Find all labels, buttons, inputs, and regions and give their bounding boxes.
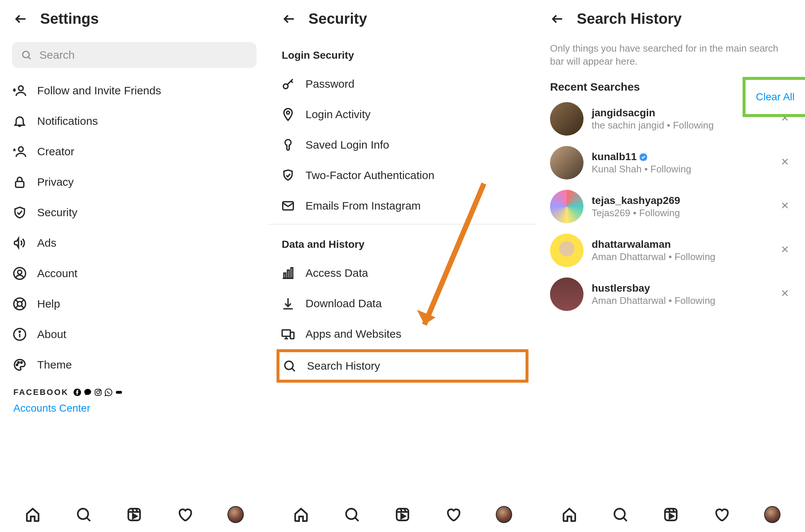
svg-marker-7 — [13, 148, 16, 152]
svg-point-9 — [14, 267, 26, 279]
reels-icon[interactable] — [394, 506, 411, 523]
menu-item-about[interactable]: About — [12, 319, 256, 350]
search-input[interactable]: Search — [12, 42, 256, 68]
accounts-center-link[interactable]: Accounts Center — [0, 400, 268, 421]
svg-rect-43 — [284, 273, 286, 278]
menu-label: Password — [305, 78, 355, 90]
svg-point-52 — [285, 361, 293, 369]
menu-item-access-data[interactable]: Access Data — [280, 258, 525, 288]
svg-line-13 — [15, 299, 18, 302]
recent-text: dhattarwalaman Aman Dhattarwal • Followi… — [592, 239, 772, 263]
heart-icon[interactable] — [713, 506, 730, 523]
menu-item-help[interactable]: Help — [12, 289, 256, 319]
back-arrow-icon[interactable] — [282, 12, 297, 26]
key-icon — [280, 76, 296, 92]
recent-sub: Aman Dhattarwal • Following — [592, 251, 772, 263]
svg-rect-28 — [116, 391, 122, 393]
display-name-text: Aman Dhattarwal — [592, 295, 666, 306]
display-name-text: Aman Dhattarwal — [592, 251, 666, 262]
megaphone-icon — [12, 235, 28, 251]
section-divider — [268, 224, 537, 224]
dot-separator: • — [666, 251, 675, 262]
remove-item-button[interactable] — [780, 157, 792, 168]
remove-item-button[interactable] — [780, 289, 792, 300]
security-panel: Security Login Security Password Login A… — [268, 0, 537, 532]
menu-item-follow-invite[interactable]: Follow and Invite Friends — [12, 75, 256, 106]
search-nav-icon[interactable] — [344, 506, 360, 523]
back-arrow-icon[interactable] — [550, 12, 565, 26]
menu-label: Ads — [37, 237, 56, 249]
recent-search-item[interactable]: hustlersbay Aman Dhattarwal • Following — [550, 278, 792, 311]
home-icon[interactable] — [25, 506, 41, 523]
bottom-nav — [537, 497, 805, 532]
svg-line-16 — [22, 306, 24, 308]
menu-item-search-history[interactable]: Search History — [277, 349, 528, 383]
remove-item-button[interactable] — [780, 201, 792, 212]
menu-item-security[interactable]: Security — [12, 197, 256, 228]
menu-item-password[interactable]: Password — [280, 69, 525, 99]
menu-item-login-activity[interactable]: Login Activity — [280, 99, 525, 130]
remove-item-button[interactable] — [780, 245, 792, 256]
account-circle-icon — [12, 266, 28, 281]
following-text: Following — [673, 120, 714, 131]
menu-item-download-data[interactable]: Download Data — [280, 288, 525, 319]
recent-search-item[interactable]: tejas_kashyap269 Tejas269 • Following — [550, 190, 792, 223]
messenger-icon — [84, 388, 92, 396]
menu-label: Help — [37, 298, 60, 310]
menu-item-emails[interactable]: Emails From Instagram — [280, 191, 525, 221]
svg-point-26 — [97, 391, 100, 394]
shield-check-icon — [12, 205, 28, 220]
menu-item-theme[interactable]: Theme — [12, 350, 256, 380]
recent-search-item[interactable]: kunalb11 Kunal Shah • Following — [550, 146, 792, 179]
clear-all-button[interactable]: Clear All — [743, 77, 805, 117]
heart-icon[interactable] — [445, 506, 461, 523]
menu-item-creator[interactable]: Creator — [12, 136, 256, 167]
user-avatar — [550, 102, 583, 136]
svg-rect-45 — [291, 268, 293, 279]
login-security-header: Login Security — [268, 38, 537, 69]
recent-username: dhattarwalaman — [592, 239, 772, 250]
recent-search-item[interactable]: dhattarwalaman Aman Dhattarwal • Followi… — [550, 234, 792, 267]
username-text: dhattarwalaman — [592, 239, 671, 250]
settings-menu: Follow and Invite Friends Notifications … — [0, 75, 268, 380]
back-arrow-icon[interactable] — [13, 12, 28, 26]
svg-line-30 — [87, 518, 90, 521]
menu-label: Security — [37, 206, 77, 219]
menu-item-account[interactable]: Account — [12, 258, 256, 289]
svg-point-10 — [17, 270, 22, 274]
svg-marker-80 — [669, 514, 673, 518]
home-icon[interactable] — [293, 506, 309, 523]
menu-item-saved-login[interactable]: Saved Login Info — [280, 130, 525, 160]
search-nav-icon[interactable] — [612, 506, 628, 523]
dot-separator: • — [664, 120, 673, 131]
star-person-icon — [12, 144, 28, 159]
menu-item-apps-websites[interactable]: Apps and Websites — [280, 319, 525, 349]
home-icon[interactable] — [561, 506, 578, 523]
search-icon — [282, 358, 297, 374]
lifebuoy-icon — [12, 296, 28, 312]
menu-label: Two-Factor Authentication — [305, 169, 434, 182]
heart-icon[interactable] — [177, 506, 193, 523]
profile-avatar[interactable] — [496, 506, 512, 523]
menu-label: Access Data — [305, 267, 368, 279]
facebook-brand-text: FACEBOOK — [13, 387, 69, 397]
menu-item-ads[interactable]: Ads — [12, 228, 256, 258]
recent-username: tejas_kashyap269 — [592, 195, 772, 207]
svg-point-19 — [19, 331, 20, 332]
devices-icon — [280, 326, 296, 342]
bottom-nav — [0, 497, 268, 532]
info-text: Only things you have searched for in the… — [537, 38, 805, 77]
reels-icon[interactable] — [126, 506, 142, 523]
search-nav-icon[interactable] — [75, 506, 92, 523]
profile-avatar[interactable] — [764, 506, 780, 523]
recent-sub: the sachin jangid • Following — [592, 120, 772, 131]
menu-label: Follow and Invite Friends — [37, 84, 161, 97]
reels-icon[interactable] — [663, 506, 679, 523]
menu-item-notifications[interactable]: Notifications — [12, 106, 256, 136]
svg-line-14 — [22, 299, 24, 302]
profile-avatar[interactable] — [227, 506, 244, 523]
menu-item-privacy[interactable]: Privacy — [12, 167, 256, 197]
menu-item-2fa[interactable]: Two-Factor Authentication — [280, 160, 525, 191]
svg-line-57 — [355, 518, 358, 521]
mail-icon — [280, 198, 296, 214]
